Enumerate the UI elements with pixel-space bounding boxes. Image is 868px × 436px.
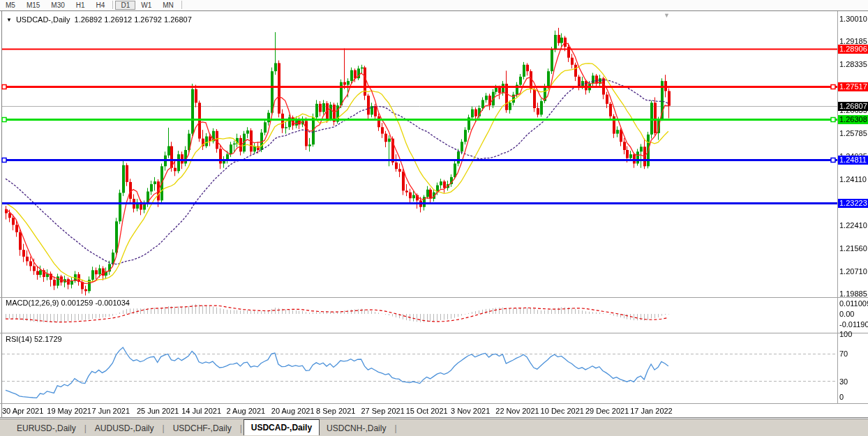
date-label: 29 Dec 2021 [585,407,629,415]
date-label: 8 Sep 2021 [316,407,355,415]
macd-indicator-label: MACD(12,26,9) 0.001259 -0.001034 [6,299,130,307]
axis-label: 0.00 [839,310,854,318]
axis-label: 1.20710 [839,267,867,276]
axis-label: 1.19885 [839,290,867,298]
price-chart-canvas[interactable] [0,0,868,436]
chart-symbol: USDCAD-,Daily [16,15,70,24]
date-label: 30 Apr 2021 [2,407,43,415]
chart-tab-bar: EURUSD-,Daily|AUDUSD-,Daily|USDCHF-,Dail… [0,419,868,436]
price-level-badge: 1.26807 [838,102,868,111]
axis-label: 70 [839,349,848,358]
chart-tab-usdcad[interactable]: USDCAD-,Daily [244,419,320,435]
price-level-badge: 1.27517 [838,82,868,91]
date-label: 2 Aug 2021 [227,407,266,415]
date-label: 17 Jan 2022 [630,407,673,415]
chart-tab-audusd[interactable]: AUDUSD-,Daily [88,423,161,433]
date-label: 7 Jun 2021 [92,407,130,415]
date-label: 20 Aug 2021 [271,407,315,415]
chart-tab-usdchf[interactable]: USDCHF-,Daily [166,423,239,433]
axis-label: 1.24110 [839,175,867,183]
price-level-badge: 1.24811 [838,156,868,165]
tab-separator: | [161,423,166,433]
axis-label: 30 [839,377,848,386]
axis-label: 100 [839,330,852,338]
date-label: 10 Dec 2021 [541,407,584,415]
tab-separator: | [239,423,244,433]
axis-label: 0.011009 [839,299,868,308]
axis-label: 1.22410 [839,221,867,230]
date-label: 27 Sep 2021 [361,407,404,415]
chart-quotes: 1.26892 1.26912 1.26792 1.26807 [75,15,192,24]
tab-separator: | [83,423,88,433]
price-level-badge: 1.26308 [838,115,868,124]
date-label: 3 Nov 2021 [451,407,490,415]
chart-tab-eurusd[interactable]: EURUSD-,Daily [10,423,83,433]
mt4-window: M5M15M30H1H4D1W1MN ▼ USDCAD-,Daily 1.268… [0,0,868,436]
tab-separator: | [393,423,398,433]
price-level-badge: 1.23223 [838,199,868,208]
date-label: 22 Nov 2021 [495,407,539,415]
symbol-dropdown-icon[interactable]: ▼ [6,17,12,23]
date-label: 25 Jun 2021 [137,407,179,415]
date-label: 15 Oct 2021 [406,407,448,415]
chart-tab-usdcnh[interactable]: USDCNH-,Daily [320,423,393,433]
axis-label: 1.28335 [839,60,867,68]
axis-label: 0 [839,393,844,401]
axis-label: 1.21560 [839,244,867,253]
date-label: 14 Jul 2021 [181,407,221,415]
rsi-indicator-label: RSI(14) 52.1729 [6,335,62,343]
axis-label: 1.25785 [839,129,867,137]
price-level-badge: 1.28906 [838,45,868,54]
axis-label: -0.011905 [839,320,868,329]
date-label: 19 May 2021 [47,407,91,415]
chart-title: ▼ USDCAD-,Daily 1.26892 1.26912 1.26792 … [6,15,192,24]
axis-label: 1.30010 [839,15,867,23]
chart-shift-icon[interactable]: ▼ [664,12,670,19]
